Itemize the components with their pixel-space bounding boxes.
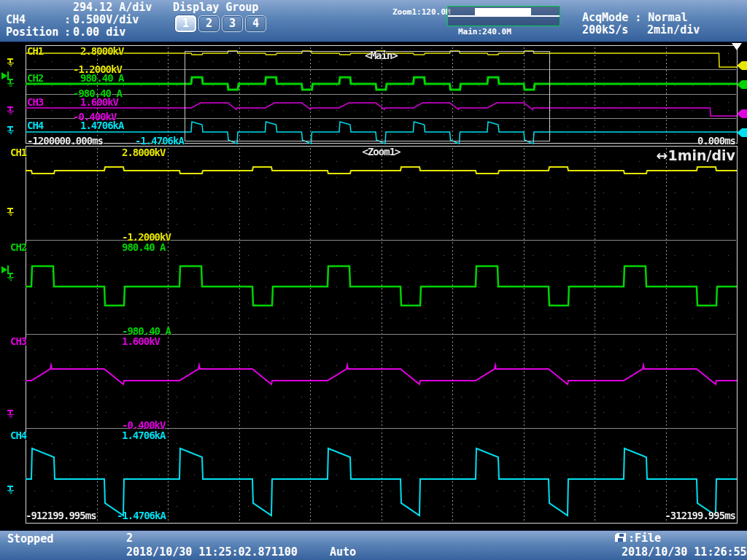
zoom-main-divider [448,15,560,17]
channel-scale-v: 0.500V/div [73,15,139,26]
display-group-label: Display Group [173,2,258,13]
sample-rate: 200kS/s [582,25,628,36]
zoom-position-indicator[interactable] [447,6,560,26]
main-range-label: Main:240.0M [458,28,511,36]
main-ch1-scale-top: 2.8000kV [80,46,123,56]
zoom-ch4-scale-bottom: -1.4706kA [117,510,166,521]
main-ch4-scale-top: 1.4706kA [80,120,123,131]
main-ch2-label: CH2 [27,73,43,83]
file-label: :File [628,533,661,544]
display-group-button-3[interactable]: 3 [222,15,243,32]
clock-datetime: 2018/10/30 11:26:55 [622,547,747,558]
main-time-left: -1200000.000ms [27,136,103,146]
trigger-timestamp: 2018/10/30 11:25:02.871100 [126,547,298,558]
display-group-button-1[interactable]: 1 [175,15,196,32]
zoom-ch2-scale-top: 980.40 A [122,242,165,252]
position-value: 0.00 div [73,27,125,38]
zoom-ch3-scale-bottom: -0.400kV [122,420,165,430]
file-disk-icon [614,532,627,542]
display-group-button-4[interactable]: 4 [245,15,266,32]
timebase: 2min/div [647,25,700,36]
zoom-ch1-label: CH1 [10,147,26,158]
scope-display [0,0,747,560]
header-bar: 294.12 A/div CH4 : 0.500V/div Position :… [0,0,747,42]
zoom-window-bar[interactable] [475,8,531,15]
main-time-right: 0.000ms [697,136,735,146]
zoom-ch1-scale-top: 2.8000kV [122,147,165,158]
zoom-range-label: Zoom1:120.0M [392,8,450,16]
zoom-ch3-label: CH3 [10,336,26,346]
zoom-ch4-label: CH4 [10,430,26,440]
zoom-ch3-scale-top: 1.600kV [122,336,160,346]
colon: : [64,15,71,26]
acq-mode: AcqMode : Normal [582,12,688,23]
run-status: Stopped [7,534,53,545]
main-ch3-scale-top: 1.600kV [80,97,118,107]
main-ch1-label: CH1 [27,46,43,56]
zoom-ch2-label: CH2 [10,242,26,252]
main-view-title: <Main> [26,50,737,61]
main-ch4-scale-bottom: -1.4706kA [135,136,184,146]
main-ch2-scale-top: 980.40 A [80,73,123,83]
zoom-timebase: ↔1min/div [657,149,735,163]
colon: : [64,27,71,38]
channel-name: CH4 [6,15,26,26]
display-group-button-2[interactable]: 2 [198,15,220,32]
zoom-time-right: -312199.995ms [665,510,735,521]
main-ch4-label: CH4 [27,120,43,131]
channel-scale-a: 294.12 A/div [73,2,152,13]
zoom-time-left: -912199.995ms [26,510,96,521]
history-count: 2 [126,533,133,544]
zoom-ch2-scale-bottom: -980.40 A [122,326,171,336]
main-ch3-label: CH3 [27,97,43,107]
trigger-mode: Auto [330,547,356,558]
zoom-ch1-scale-bottom: -1.2000kV [122,232,171,242]
zoom-ch4-scale-top: 1.4706kA [122,430,165,440]
status-bar: Stopped 2 2018/10/30 11:25:02.871100 Aut… [0,530,747,560]
position-label: Position [6,27,58,38]
